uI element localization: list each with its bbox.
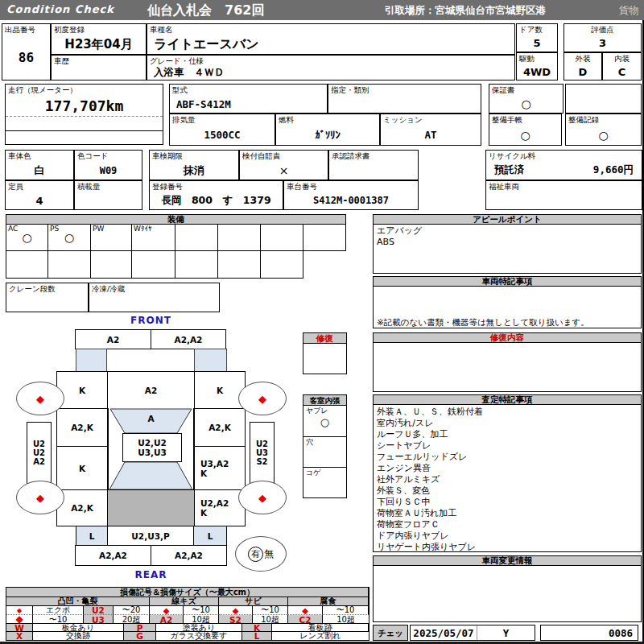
- change-info-header: 車両変更情報: [373, 555, 642, 566]
- field-liability-insurance-value: ×: [240, 161, 328, 180]
- check-date-value: 2025/05/07: [411, 625, 477, 640]
- panel-sill-right: U2 U3 S2: [250, 422, 275, 484]
- field-fridge-freezer: 冷凍/冷蔵: [89, 283, 220, 312]
- field-interior-grade: 内装 C: [602, 52, 642, 80]
- panel-rear-bumper-right: A2,A2: [151, 545, 227, 566]
- equipment-cell-empty-11: [260, 250, 303, 279]
- field-model-name-value: ライトエースバン: [147, 35, 514, 54]
- field-first-registration-value: H23年04月: [52, 35, 146, 54]
- field-maintenance-record-label: 整備記録: [566, 114, 641, 125]
- field-score-value: 3: [564, 35, 641, 52]
- assessment-item: ドア内張りヤブレ: [374, 530, 641, 542]
- field-designation: 指定・類別: [328, 84, 481, 114]
- assessment-item: 外装Ｓ、変色: [374, 485, 641, 497]
- field-exterior-grade-label: 外装: [564, 53, 601, 64]
- legend-section-rust: サビ: [219, 597, 288, 606]
- cabin-lining-tear-mark: ○: [303, 416, 346, 428]
- field-capacity-value: 4: [6, 192, 73, 209]
- equipment-cell-empty-9: [175, 250, 218, 279]
- field-liability-insurance-label: 検付自賠責: [240, 151, 328, 161]
- field-mileage-label: 走行（現メーター）: [6, 85, 163, 95]
- equipment-cell-empty-3: [260, 224, 303, 251]
- panel-front-fender-right: K: [194, 371, 246, 409]
- field-inspection-expiry-label: 車検期限: [150, 151, 238, 161]
- field-drive-value: 4WD: [517, 64, 557, 80]
- field-transmission-value: AT: [381, 125, 481, 145]
- assessment-item: 社外アルミキズ: [374, 474, 641, 485]
- equipment-cell-empty-5: [6, 250, 48, 279]
- equipment-cell-empty-2: [217, 224, 261, 251]
- field-recycle-status: 預託済: [494, 163, 525, 177]
- field-warranty: 保証書 ○: [489, 84, 564, 114]
- mileage-empty-strip-2: [6, 130, 163, 144]
- vehicle-notes-body: ※記載のない書類・機器等は無しとして取り扱います。: [373, 287, 642, 328]
- field-exterior-grade-value: D: [564, 64, 601, 80]
- field-load-capacity: 積載量: [74, 180, 142, 210]
- field-fridge-freezer-label: 冷凍/冷蔵: [89, 283, 219, 294]
- panel-cowl-glass-right: [194, 349, 227, 372]
- equipment-cell-empty-6: [47, 250, 91, 279]
- equipment-cell-ac: AC ○: [6, 224, 48, 251]
- field-capacity-label: 定員: [6, 181, 73, 192]
- brand-logo: Condition Check: [6, 3, 114, 15]
- field-maintenance-book: 整備手帳 ○: [489, 114, 562, 146]
- field-exterior-grade: 外装 D: [564, 52, 602, 80]
- legend-l-code: L: [242, 632, 272, 640]
- equipment-cell-ps: PS ○: [47, 224, 91, 251]
- field-maintenance-record-value: ○: [566, 125, 641, 145]
- legend-g-label: ガラス交換要す: [156, 632, 242, 640]
- assessment-item: 外装Ａ、Ｕ、Ｓ、鉄粉付着: [374, 407, 641, 418]
- vehicle-category: 貨物: [619, 4, 639, 18]
- legend-w-code: W: [6, 624, 33, 632]
- vehicle-notes-header: 車両特記事項: [373, 276, 642, 287]
- legend-p-code: P: [124, 624, 156, 632]
- appeal-point-item: エアバッグ: [374, 225, 641, 237]
- panel-cowl-glass-left: [76, 349, 107, 372]
- field-doors-label: ドア数: [517, 24, 557, 35]
- field-displacement-label: 排気量: [170, 114, 275, 125]
- field-interior-grade-value: C: [603, 64, 641, 80]
- field-crane-steps: クレーン段数: [6, 283, 89, 312]
- field-warranty-label: 保証書: [489, 85, 563, 95]
- repair-details-body: [373, 343, 642, 392]
- assessment-item: フューエルリッドズレ: [374, 452, 641, 463]
- panel-rear-glass-left: L: [76, 526, 108, 546]
- repair-mini-header: 修復: [303, 332, 347, 344]
- diagram-front-label: FRONT: [16, 315, 286, 326]
- field-crane-steps-label: クレーン段数: [6, 283, 88, 294]
- change-info-body: [373, 566, 642, 622]
- field-approval-request-label: 承認請求書: [329, 151, 418, 161]
- repair-details-header: 修復内容: [373, 332, 642, 343]
- field-body-color-label: 車体色: [6, 151, 73, 161]
- legend-corrosion-icon: ◆: [288, 606, 323, 615]
- field-drive: 駆動 4WD: [516, 52, 558, 80]
- field-lot-number-label: 出品番号: [2, 24, 50, 35]
- field-color-code-label: 色コード: [75, 151, 142, 161]
- field-maintenance-book-label: 整備手帳: [489, 114, 561, 125]
- appeal-point-item: ABS: [374, 237, 641, 248]
- field-mileage: 走行（現メーター） 177,707km: [5, 84, 163, 145]
- panel-front-fender-left: K: [56, 371, 108, 409]
- field-first-registration-label: 初度登録: [52, 24, 146, 35]
- wheel-mark-icon: ◆: [36, 493, 44, 503]
- equipment-cell-ps-mark: ○: [48, 231, 90, 244]
- legend-section-corrosion: 腐食: [288, 597, 369, 606]
- condition-check-sheet: Condition Check 仙台入札会 762回 引取場所：宮城県仙台市宮城…: [0, 0, 644, 644]
- field-registration-number-value: 長岡 800 す 1379: [150, 192, 283, 209]
- check-number-box: 0086: [540, 625, 638, 641]
- panel-quarter-right-upper: U3,A2 K: [194, 446, 246, 490]
- equipment-cell-empty-1: [175, 224, 218, 251]
- field-recycle-amount: 9,660円: [593, 163, 634, 177]
- field-lot-number: 出品番号 86: [2, 23, 51, 80]
- repair-marks-legend-table: W 板金あり P 塗装あり K 看板跡 X 交換跡 G ガラス交換要す L レン…: [6, 623, 369, 641]
- cabin-lining-burn-label: コゲ: [303, 468, 346, 478]
- legend-k-code: K: [242, 624, 272, 632]
- pickup-location: 引取場所：宮城県仙台市宮城野区港: [385, 4, 546, 18]
- field-liability-insurance: 検付自賠責 ×: [239, 150, 328, 180]
- field-designation-value: [328, 95, 481, 113]
- mileage-empty-strip-1: [6, 116, 163, 130]
- field-registration-number-label: 登録番号: [150, 181, 283, 192]
- field-welfare-vehicle-label: 福祉車両: [486, 181, 642, 192]
- cabin-lining-burn: コゲ: [303, 468, 347, 498]
- equipment-cell-wtire-label: Wﾀｲﾔ: [132, 225, 153, 233]
